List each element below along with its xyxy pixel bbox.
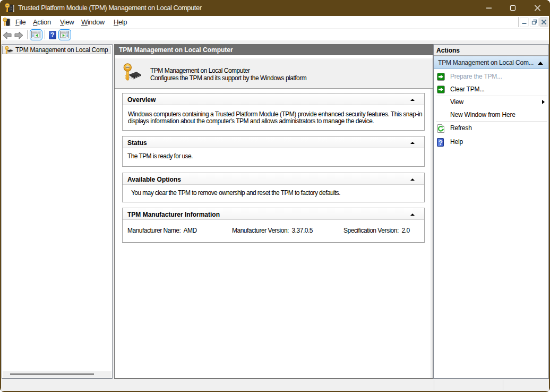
svg-text:?: ? — [439, 139, 443, 147]
svg-text:?: ? — [50, 31, 54, 39]
